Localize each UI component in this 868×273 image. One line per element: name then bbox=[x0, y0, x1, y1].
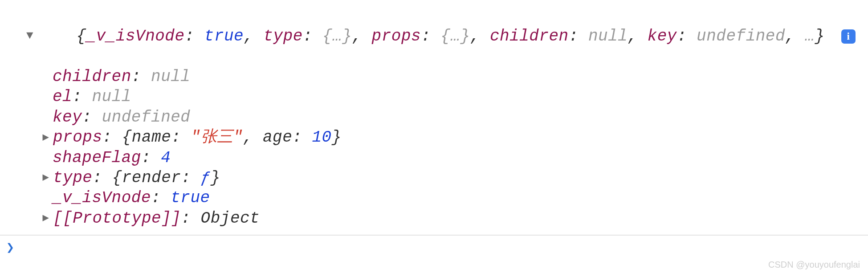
prop-el[interactable]: el: null bbox=[0, 87, 868, 107]
prop-key: children bbox=[53, 67, 131, 87]
prop-key: [[Prototype]] bbox=[53, 208, 181, 228]
prop-prototype[interactable]: ▶[[Prototype]]: Object bbox=[0, 208, 868, 228]
chevron-right-icon[interactable]: ▶ bbox=[40, 171, 52, 184]
prop-value: undefined bbox=[102, 107, 191, 127]
prop-key: shapeFlag bbox=[53, 148, 141, 168]
prompt-icon: ❯ bbox=[6, 240, 15, 257]
watermark: CSDN @youyoufenglai bbox=[768, 259, 860, 270]
object-summary-text: {_v_isVnode: true, type: {…}, props: {…}… bbox=[37, 6, 831, 67]
prop-value: 4 bbox=[161, 148, 171, 168]
prop-type[interactable]: ▶type: {render: ƒ} bbox=[0, 168, 868, 188]
prop-key: props bbox=[53, 127, 102, 147]
object-summary-row[interactable]: ▼ {_v_isVnode: true, type: {…}, props: {… bbox=[0, 0, 868, 67]
prop-value: true bbox=[171, 188, 210, 208]
prop-props[interactable]: ▶props: {name: "张三", age: 10} bbox=[0, 127, 868, 147]
prop-key: _v_isVnode bbox=[53, 188, 151, 208]
prop-value: null bbox=[151, 67, 190, 87]
prop-key[interactable]: key: undefined bbox=[0, 107, 868, 127]
chevron-right-icon[interactable]: ▶ bbox=[40, 131, 52, 144]
prop-shapeflag[interactable]: shapeFlag: 4 bbox=[0, 148, 868, 168]
prop-value: null bbox=[92, 87, 131, 107]
chevron-down-icon[interactable]: ▼ bbox=[24, 29, 36, 43]
prop-value: Object bbox=[201, 208, 260, 228]
prop-key: type bbox=[53, 168, 92, 188]
prop-key: el bbox=[53, 87, 72, 107]
chevron-right-icon[interactable]: ▶ bbox=[40, 212, 52, 225]
prop-key: key bbox=[53, 107, 82, 127]
prop-v-is-vnode[interactable]: _v_isVnode: true bbox=[0, 188, 868, 208]
info-icon[interactable]: i bbox=[841, 29, 856, 44]
console-prompt-row[interactable]: ❯ bbox=[0, 236, 868, 257]
prop-children[interactable]: children: null bbox=[0, 67, 868, 87]
